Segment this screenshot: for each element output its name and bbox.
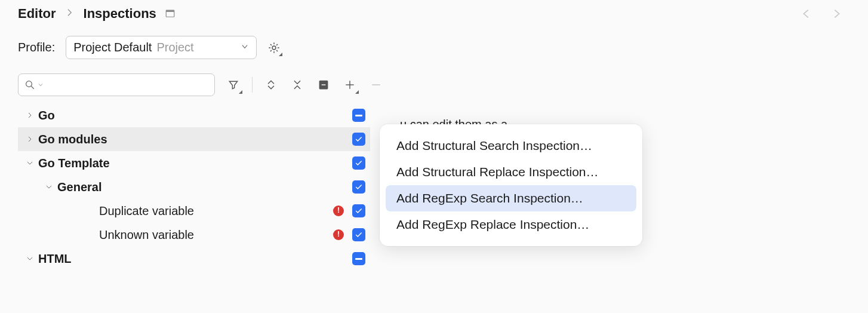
- filter-icon[interactable]: [226, 77, 241, 93]
- profile-select-scope: Project: [156, 41, 236, 54]
- reset-to-default-icon[interactable]: [316, 77, 331, 93]
- breadcrumb-editor[interactable]: Editor: [18, 6, 56, 22]
- svg-point-3: [26, 81, 32, 87]
- chevron-down-icon[interactable]: [25, 254, 35, 263]
- toolbar: [0, 67, 868, 101]
- tree-row-label: Duplicate variable: [99, 204, 194, 218]
- svg-line-4: [31, 86, 34, 89]
- tree-row-label: HTML: [38, 252, 72, 266]
- dropdown-indicator-icon: [355, 90, 359, 94]
- tree-row[interactable]: HTML: [18, 247, 370, 271]
- svg-point-2: [272, 46, 276, 50]
- checkbox-indeterminate[interactable]: [352, 252, 365, 265]
- checkbox-checked[interactable]: [352, 156, 365, 170]
- tree-row-label: Go modules: [38, 133, 107, 146]
- expand-all-icon[interactable]: [263, 77, 279, 93]
- breadcrumb-separator-icon: [64, 7, 75, 21]
- checkbox-checked[interactable]: [352, 133, 365, 146]
- error-severity-icon: [333, 229, 344, 240]
- arrow-placeholder: [86, 206, 96, 216]
- dropdown-indicator-icon: [279, 53, 282, 56]
- chevron-down-icon[interactable]: [44, 182, 54, 192]
- arrow-placeholder: [86, 230, 96, 240]
- chevron-right-icon[interactable]: [25, 111, 35, 120]
- profile-select[interactable]: Project Default Project: [66, 36, 257, 59]
- dropdown-indicator-icon: [239, 90, 242, 94]
- breadcrumb-nav: [800, 7, 856, 20]
- breadcrumb: Editor Inspections: [0, 0, 868, 32]
- popup-item[interactable]: Add RegExp Replace Inspection…: [386, 211, 636, 238]
- error-severity-icon: [333, 205, 344, 216]
- profile-row: Profile: Project Default Project: [0, 32, 868, 67]
- tree-row-label: General: [57, 180, 101, 194]
- tree-row[interactable]: Go Template: [18, 151, 370, 175]
- tree-row[interactable]: Go: [18, 103, 370, 127]
- nav-forward-icon[interactable]: [830, 7, 843, 20]
- tree-row[interactable]: General: [18, 175, 370, 199]
- remove-inspection-icon[interactable]: [368, 77, 384, 93]
- checkbox-checked[interactable]: [352, 180, 365, 194]
- popup-item[interactable]: Add Structural Search Inspection…: [386, 133, 636, 159]
- tree-row-label: Go Template: [38, 156, 110, 170]
- nav-back-icon[interactable]: [800, 7, 813, 20]
- tree-row[interactable]: Go modules: [18, 127, 370, 151]
- profile-select-value: Project Default: [73, 41, 152, 54]
- add-inspection-icon[interactable]: [342, 77, 358, 93]
- checkbox-checked[interactable]: [352, 204, 365, 217]
- tree-row[interactable]: Unknown variable: [18, 223, 370, 247]
- tree-row-label: Unknown variable: [99, 228, 194, 242]
- checkbox-indeterminate[interactable]: [352, 109, 365, 122]
- svg-rect-1: [166, 10, 174, 12]
- popup-item[interactable]: Add Structural Replace Inspection…: [386, 159, 636, 185]
- profile-label: Profile:: [18, 41, 55, 54]
- chevron-right-icon[interactable]: [25, 134, 35, 144]
- search-icon: [24, 79, 35, 90]
- add-inspection-popup: Add Structural Search Inspection…Add Str…: [380, 124, 642, 246]
- profile-gear-icon[interactable]: [267, 41, 281, 54]
- collapse-all-icon[interactable]: [290, 77, 305, 93]
- chevron-down-icon: [241, 42, 249, 53]
- chevron-down-icon[interactable]: [25, 158, 35, 168]
- breadcrumb-inspections[interactable]: Inspections: [84, 6, 156, 22]
- search-history-icon[interactable]: [38, 82, 44, 88]
- popup-item[interactable]: Add RegExp Search Inspection…: [386, 185, 636, 211]
- divider: [252, 77, 253, 93]
- inspection-tree[interactable]: GoGo modulesGo TemplateGeneralDuplicate …: [18, 103, 370, 271]
- checkbox-checked[interactable]: [352, 228, 365, 241]
- show-in-window-icon[interactable]: [165, 8, 176, 19]
- tree-row-label: Go: [38, 109, 55, 122]
- search-input[interactable]: [18, 73, 215, 96]
- tree-row[interactable]: Duplicate variable: [18, 199, 370, 223]
- search-field[interactable]: [47, 78, 208, 92]
